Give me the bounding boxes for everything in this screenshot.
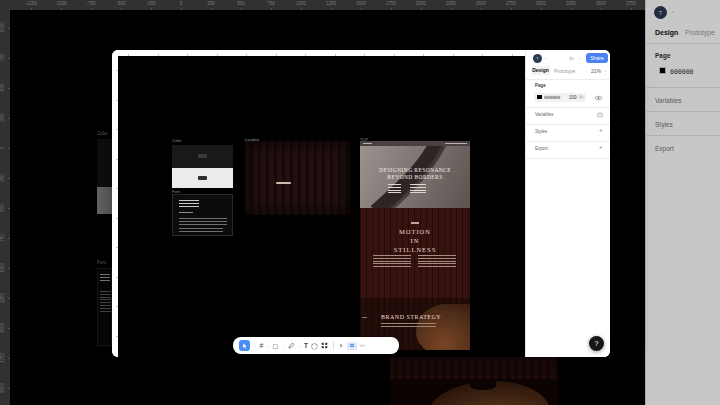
font-caption-lines [179,212,193,215]
present-chevron-icon[interactable]: ⌄ [578,56,581,60]
inner-page-opacity-unit: % [579,95,583,100]
move-cursor-icon [242,343,248,349]
inner-page-color-hex[interactable]: 000000 [544,95,560,100]
inner-right-panel: T ⌄ ▷ ⌄ Share Design Prototype 21% ⌄ Pag… [525,50,610,357]
shape-tool-chevron-icon[interactable]: ⌄ [282,344,285,348]
inner-tab-design-pill[interactable]: Design [531,66,550,75]
hero-caption-right [410,184,426,193]
share-button[interactable]: Share [586,53,608,64]
panel-divider [526,107,610,108]
brand-page-marker [362,317,367,318]
inner-top-poster[interactable]: DESIGNING RESONANCE BEYOND BORDERS MOTIO… [360,141,470,350]
text-tool-button[interactable]: T [304,342,308,349]
zoom-chevron-icon[interactable]: ⌄ [604,69,607,73]
inner-avatar[interactable]: T [533,54,542,63]
inner-tab-design: Design [531,66,550,75]
inner-canvas[interactable]: Color Font Loading TOP [118,56,525,357]
frame-tool-button[interactable]: # [259,342,263,349]
eye-icon[interactable] [594,95,603,101]
panel-divider [526,158,610,159]
motion-column-left [373,255,411,269]
present-icon[interactable]: ▷ [570,55,574,61]
inner-toolbar: ⌄ # ⌄ ▢ ⌄ ⌄ T ◯ </> [233,337,399,354]
poster-hero-section: DESIGNING RESONANCE BEYOND BORDERS [360,146,470,209]
toolbar-divider [333,341,334,350]
inner-vertical-ruler [112,56,118,357]
motion-column-right [418,255,456,269]
inner-color-dark-swatch[interactable] [172,145,233,168]
inner-page-color-swatch[interactable] [537,95,542,100]
panel-divider [526,141,610,142]
hero-title-line1: DESIGNING RESONANCE [360,167,470,173]
panel-divider [526,124,610,125]
motion-word-3: STILLNESS [360,246,470,253]
brand-subtext-lines [381,323,436,328]
shape-tool-button[interactable]: ▢ [273,342,279,349]
help-button[interactable]: ? [589,336,604,351]
move-tool-button[interactable] [239,340,250,351]
panel-divider [526,79,610,80]
variables-icon[interactable] [597,112,603,118]
frame-tool-chevron-icon[interactable]: ⌄ [267,344,270,348]
font-paragraph-lines-2 [179,228,223,234]
motion-word-1: MOTION [360,228,470,235]
hero-caption-left [388,184,401,193]
inner-page-color-row[interactable]: 000000 100 % [534,93,586,102]
color-light-chip [198,176,207,180]
loading-caption-text [276,182,291,184]
inner-page-label: Page [535,83,546,88]
inner-tab-prototype[interactable]: Prototype [554,68,575,74]
font-paragraph-lines-1 [179,218,227,226]
hero-title-line2: BEYOND BORDERS [360,174,470,180]
inner-section-variables[interactable]: Variables [535,112,553,117]
inner-font-card[interactable] [172,194,233,236]
motion-kicker-text [411,222,419,224]
inner-color-light-swatch[interactable] [172,168,233,188]
inner-section-styles[interactable]: Styles [535,129,547,134]
small-cursor-icon[interactable] [339,343,344,348]
pen-tool-button[interactable] [288,342,295,349]
motion-word-2: IN [360,237,470,244]
move-tool-chevron-icon[interactable]: ⌄ [254,344,257,348]
code-icon[interactable]: </> [360,344,365,348]
inner-avatar-chevron-icon[interactable]: ⌄ [544,56,547,60]
poster-motion-section: MOTION IN STILLNESS [360,208,470,298]
export-add-icon[interactable]: + [599,144,603,150]
actions-tool-button[interactable] [321,342,328,349]
styles-add-icon[interactable]: + [599,127,603,133]
brand-title: BRAND STRATEGY [381,314,441,320]
pen-tool-chevron-icon[interactable]: ⌄ [298,344,301,348]
comment-tool-button[interactable]: ◯ [311,342,318,349]
font-specimen-lines [179,200,199,208]
inner-page-opacity[interactable]: 100 [569,95,577,100]
color-dark-chip [198,154,207,158]
screenshot-modal[interactable]: Color Font Loading TOP [112,50,610,357]
poster-header-right-text [445,143,467,144]
dev-mode-toggle[interactable] [347,342,357,350]
dev-mode-icon [350,344,354,347]
inner-section-export[interactable]: Export [535,146,548,151]
app-window: Color Font -1250-1000-750-500-2500250500… [0,0,720,405]
inner-zoom-level[interactable]: 21% [591,68,601,74]
inner-loading-frame[interactable] [245,141,350,215]
poster-header-left-text [363,143,372,144]
inner-color-frame-label[interactable]: Color [172,138,182,143]
